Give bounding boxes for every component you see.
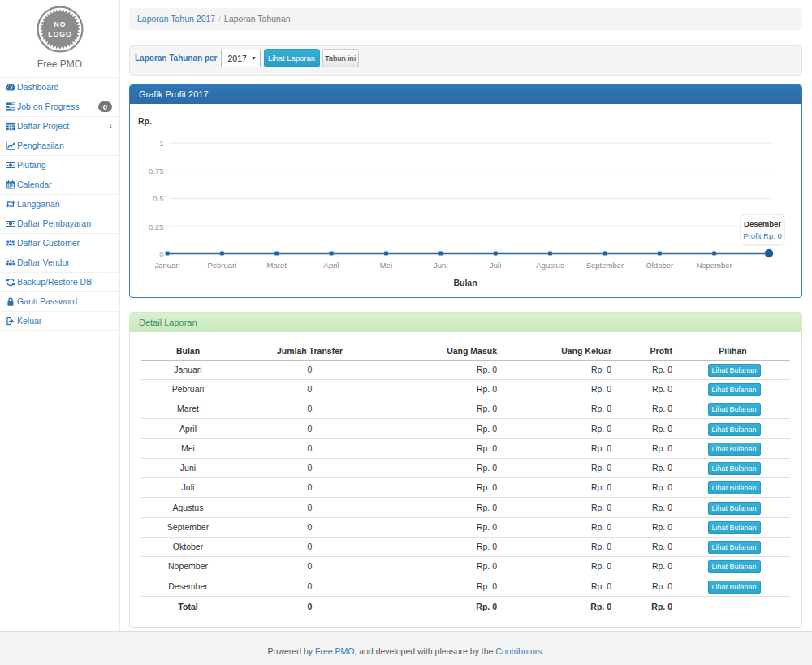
svg-text:Juni: Juni bbox=[434, 261, 447, 270]
svg-text:LOGO: LOGO bbox=[48, 30, 71, 38]
svg-text:0.25: 0.25 bbox=[149, 222, 164, 231]
svg-text:Januari: Januari bbox=[154, 261, 179, 270]
svg-text:0.5: 0.5 bbox=[153, 194, 163, 203]
svg-text:Mei: Mei bbox=[380, 261, 392, 270]
svg-text:0.75: 0.75 bbox=[149, 166, 164, 175]
svg-text:Pebruari: Pebruari bbox=[207, 261, 236, 270]
svg-text:Desember: Desember bbox=[744, 219, 781, 228]
svg-text:Bulan: Bulan bbox=[453, 278, 477, 287]
svg-text:NO: NO bbox=[54, 20, 66, 28]
svg-text:April: April bbox=[324, 261, 339, 270]
svg-text:Profit Rp: 0: Profit Rp: 0 bbox=[743, 231, 782, 240]
svg-text:Juli: Juli bbox=[490, 261, 501, 270]
svg-text:Nopember: Nopember bbox=[696, 261, 732, 270]
svg-text:Maret: Maret bbox=[267, 261, 287, 270]
svg-text:September: September bbox=[586, 261, 624, 270]
svg-text:Agustus: Agustus bbox=[536, 261, 564, 270]
svg-text:0: 0 bbox=[159, 249, 163, 258]
svg-text:1: 1 bbox=[159, 139, 163, 148]
svg-text:Rp.: Rp. bbox=[138, 116, 152, 126]
svg-text:Oktober: Oktober bbox=[646, 261, 673, 270]
